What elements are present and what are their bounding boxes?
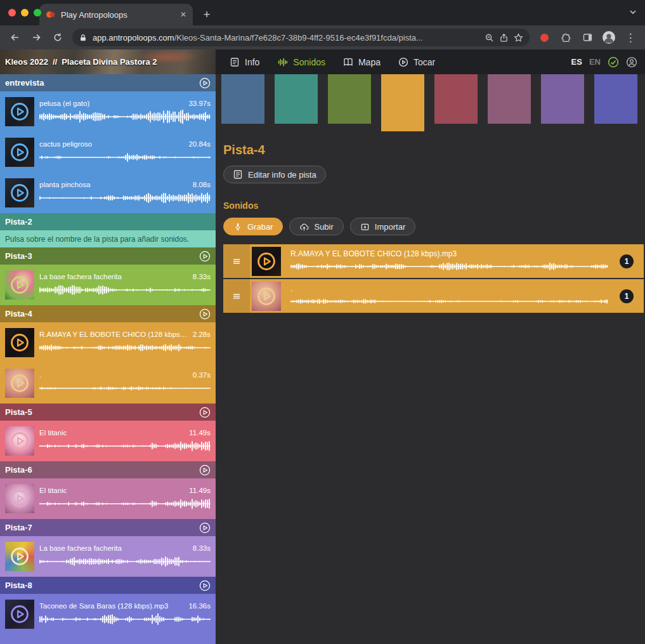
sound-duration: 8.33s [193, 273, 211, 280]
sound-item[interactable]: R.AMAYA Y EL BOBOTE CHICO (128 kbps)....… [0, 322, 216, 363]
account-icon[interactable] [626, 56, 637, 68]
recording-extension-icon[interactable] [535, 28, 554, 47]
track-name: Pista-5 [5, 407, 32, 417]
sound-item[interactable]: La base fachera facherita8.33s [0, 536, 216, 577]
sound-info: R.AMAYA Y EL BOBOTE CHICO (128 kbps)....… [39, 331, 211, 355]
import-label: Importar [375, 222, 405, 232]
edit-info-icon [233, 169, 243, 180]
sound-row[interactable]: R.AMAYA Y EL BOBOTE CHICO (128 kbps).mp3… [223, 244, 644, 278]
nav-info[interactable]: Info [230, 57, 259, 67]
thumb-play-icon [5, 369, 34, 398]
sound-item[interactable]: Taconeo de Sara Baras (128 kbps).mp316.3… [0, 594, 216, 634]
sound-title: R.AMAYA Y EL BOBOTE CHICO (128 kbps).... [39, 331, 189, 338]
record-button[interactable]: Grabar [223, 218, 283, 235]
track-play-button[interactable] [199, 580, 211, 591]
sound-item[interactable]: pelusa (el gato)33.97s [0, 91, 216, 132]
track-swatch-4[interactable] [381, 74, 424, 131]
favicon-antropoloops [46, 10, 56, 20]
import-button[interactable]: Importar [350, 218, 415, 235]
track-header-Pista-3[interactable]: Pista-3 [0, 247, 216, 265]
track-swatch-2[interactable] [275, 74, 318, 124]
sound-waveform [39, 109, 211, 124]
project-banner[interactable]: Kleos 2022 // Placeta Divina Pastora 2 [0, 49, 216, 74]
sound-info: .0.37s [39, 371, 211, 396]
sound-item[interactable]: planta pinchosa8.08s [0, 173, 216, 213]
sound-item[interactable]: cactus peligroso20.84s [0, 132, 216, 173]
sound-title: R.AMAYA Y EL BOBOTE CHICO (128 kbps).mp3 [290, 249, 608, 258]
sound-item[interactable]: La base fachera facherita8.33s [0, 265, 216, 305]
track-play-button[interactable] [199, 308, 211, 320]
lang-es[interactable]: ES [571, 57, 582, 67]
drag-handle-icon[interactable] [223, 244, 250, 278]
sound-thumbnail [252, 282, 281, 311]
track-swatch-1[interactable] [221, 74, 264, 124]
sound-item[interactable]: El titanic11.49s [0, 421, 216, 461]
thumb-play-icon [5, 138, 34, 167]
track-play-button[interactable] [199, 464, 211, 476]
track-swatch-7[interactable] [541, 74, 584, 124]
sound-thumbnail [5, 178, 34, 207]
browser-toolbar: app.antropoloops.com/Kleos-Santa-Marina/… [0, 25, 645, 49]
track-play-button[interactable] [199, 251, 211, 262]
forward-button[interactable] [27, 28, 46, 47]
thumb-play-icon [252, 282, 281, 311]
sound-title: El titanic [39, 429, 67, 437]
close-window-button[interactable] [8, 9, 16, 16]
lang-en[interactable]: EN [589, 57, 601, 67]
sound-duration: 33.97s [188, 100, 211, 107]
nav-sonidos[interactable]: Sonidos [277, 57, 325, 67]
track-header-Pista-7[interactable]: Pista-7 [0, 519, 216, 536]
extensions-puzzle-icon[interactable] [556, 28, 575, 47]
sound-item[interactable]: .0.37s [0, 363, 216, 404]
track-header-Pista-5[interactable]: Pista-5 [0, 404, 216, 421]
track-play-button[interactable] [199, 77, 211, 89]
tab-search-chevron-icon[interactable] [629, 8, 637, 16]
bookmark-star-icon[interactable] [514, 33, 523, 43]
track-header-Pista-2[interactable]: Pista-2 [0, 213, 216, 230]
play-circle-icon [199, 580, 211, 591]
track-sounds-Pista-8: Taconeo de Sara Baras (128 kbps).mp316.3… [0, 594, 216, 644]
cloud-upload-icon [299, 222, 309, 232]
share-icon[interactable] [499, 33, 509, 43]
browser-menu-icon[interactable]: ⋮ [621, 28, 640, 47]
new-tab-button[interactable]: + [198, 6, 216, 23]
track-swatch-5[interactable] [434, 74, 478, 124]
url-text: app.antropoloops.com/Kleos-Santa-Marina/… [93, 33, 479, 43]
track-Pista-5: Pista-5El titanic11.49s [0, 404, 216, 461]
nav-label: Sonidos [293, 57, 325, 67]
sound-meta: R.AMAYA Y EL BOBOTE CHICO (128 kbps)....… [39, 331, 211, 338]
track-play-button[interactable] [199, 522, 211, 534]
browser-tab[interactable]: Play Antropoloops ✕ [39, 4, 193, 25]
side-panel-icon[interactable] [578, 28, 597, 47]
minimize-window-button[interactable] [21, 9, 29, 16]
track-swatch-6[interactable] [488, 74, 531, 124]
tab-close-icon[interactable]: ✕ [180, 11, 186, 18]
track-swatch-8[interactable] [594, 74, 637, 124]
upload-button[interactable]: Subir [289, 218, 343, 235]
sound-waveform [39, 190, 211, 206]
play-circle-icon [199, 407, 211, 418]
nav-tocar[interactable]: Tocar [398, 57, 435, 67]
address-bar[interactable]: app.antropoloops.com/Kleos-Santa-Marina/… [72, 29, 530, 46]
sound-count-badge: 1 [620, 254, 634, 268]
sound-info: El titanic11.49s [39, 429, 211, 454]
nav-mapa[interactable]: Mapa [343, 57, 381, 67]
maximize-window-button[interactable] [34, 9, 41, 16]
sound-item[interactable]: El titanic11.49s [0, 478, 216, 519]
edit-track-info-button[interactable]: Editar info de pista [223, 166, 326, 183]
saved-check-icon[interactable] [608, 56, 619, 68]
drag-handle-icon[interactable] [223, 279, 250, 313]
sound-row[interactable]: .1 [223, 279, 644, 313]
zoom-icon[interactable] [485, 33, 494, 43]
track-header-Pista-8[interactable]: Pista-8 [0, 577, 216, 594]
profile-avatar[interactable] [599, 28, 618, 47]
track-header-entrevista[interactable]: entrevista [0, 74, 216, 91]
track-play-button[interactable] [199, 407, 211, 418]
back-button[interactable] [5, 28, 24, 47]
reload-button[interactable] [48, 28, 67, 47]
track-header-Pista-6[interactable]: Pista-6 [0, 461, 216, 478]
thumb-play-icon [252, 247, 281, 276]
track-header-Pista-4[interactable]: Pista-4 [0, 305, 216, 322]
sound-waveform [39, 496, 211, 511]
track-swatch-3[interactable] [328, 74, 371, 124]
